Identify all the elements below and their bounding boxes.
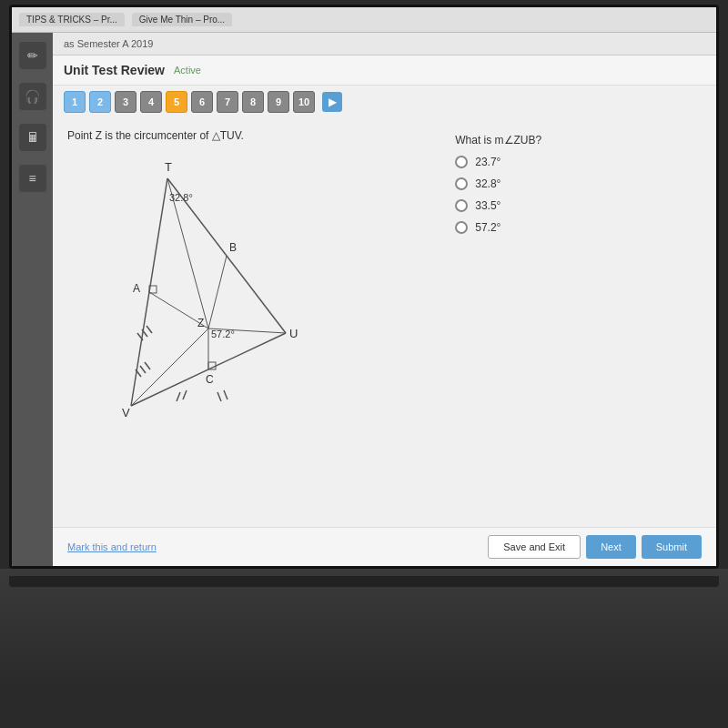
- notes-icon[interactable]: ≡: [19, 165, 46, 192]
- q-tab-1[interactable]: 1: [64, 91, 86, 113]
- radio-4[interactable]: [455, 221, 468, 234]
- question-tabs: 1 2 3 4 5 6 7 8 9 10 ▶: [53, 86, 716, 118]
- answer-text-3: 33.5°: [475, 199, 500, 212]
- svg-text:57.2°: 57.2°: [211, 329, 235, 339]
- q-tab-9[interactable]: 9: [268, 91, 289, 113]
- question-text: Point Z is the circumcenter of △TUV.: [67, 129, 437, 142]
- svg-text:B: B: [229, 241, 237, 254]
- triangle-diagram: T U V A B C: [67, 151, 322, 433]
- svg-text:T: T: [165, 160, 172, 174]
- course-header: as Semester A 2019: [53, 33, 716, 56]
- browser-tab-2[interactable]: Give Me Thin – Pro...: [132, 13, 232, 26]
- browser-tab-1[interactable]: TIPS & TRICKS – Pr...: [19, 13, 125, 26]
- headphones-icon[interactable]: 🎧: [19, 83, 46, 110]
- sidebar: ✏ 🎧 🖩 ≡: [12, 33, 53, 566]
- q-tab-8[interactable]: 8: [242, 91, 264, 113]
- screen: TIPS & TRICKS – Pr... Give Me Thin – Pro…: [9, 5, 719, 569]
- q-tab-10[interactable]: 10: [293, 91, 315, 113]
- unit-title: Unit Test Review: [64, 63, 165, 77]
- main-panel: as Semester A 2019 Unit Test Review Acti…: [53, 33, 716, 566]
- q-tab-3[interactable]: 3: [115, 91, 136, 113]
- laptop-outer: TIPS & TRICKS – Pr... Give Me Thin – Pro…: [0, 0, 728, 728]
- taskbar: ⚫ 🐾 hp a ☁ ⋮⋮ 🌐 ♪ hp 📶: [12, 566, 719, 569]
- laptop-hinge: [9, 576, 719, 587]
- svg-line-18: [183, 390, 187, 399]
- svg-line-19: [217, 392, 221, 401]
- svg-text:32.8°: 32.8°: [169, 192, 193, 203]
- q-tab-2[interactable]: 2: [89, 91, 111, 113]
- laptop-base: [0, 569, 728, 687]
- svg-line-16: [145, 362, 150, 369]
- mark-return-link[interactable]: Mark this and return: [67, 541, 157, 552]
- answer-text-4: 57.2°: [475, 221, 500, 234]
- svg-line-15: [140, 366, 146, 373]
- save-exit-button[interactable]: Save and Exit: [488, 535, 581, 559]
- unit-header: Unit Test Review Active: [53, 56, 716, 86]
- submit-button[interactable]: Submit: [642, 535, 702, 559]
- calculator-icon[interactable]: 🖩: [19, 124, 46, 151]
- svg-text:V: V: [122, 406, 130, 420]
- next-arrow[interactable]: ▶: [322, 92, 342, 112]
- answer-option-2[interactable]: 32.8°: [455, 177, 702, 190]
- q-tab-5[interactable]: 5: [166, 91, 187, 113]
- bottom-buttons: Save and Exit Next Submit: [488, 535, 702, 559]
- answer-text-1: 23.7°: [475, 156, 500, 168]
- answer-option-3[interactable]: 33.5°: [455, 199, 702, 212]
- content-area: ✏ 🎧 🖩 ≡ as Semester A 2019 Unit Test Rev…: [12, 33, 716, 566]
- radio-2[interactable]: [455, 177, 468, 190]
- course-name: as Semester A 2019: [64, 38, 153, 49]
- answer-option-1[interactable]: 23.7°: [455, 156, 702, 168]
- radio-3[interactable]: [455, 199, 468, 212]
- browser-bar: TIPS & TRICKS – Pr... Give Me Thin – Pro…: [12, 7, 716, 33]
- svg-line-20: [224, 390, 228, 399]
- svg-text:U: U: [289, 327, 298, 340]
- answer-question: What is m∠ZUB?: [455, 134, 702, 147]
- next-button[interactable]: Next: [586, 535, 636, 559]
- svg-text:A: A: [133, 282, 140, 295]
- q-tab-7[interactable]: 7: [217, 91, 238, 113]
- radio-1[interactable]: [455, 156, 468, 168]
- question-content: Point Z is the circumcenter of △TUV.: [53, 118, 716, 527]
- svg-text:C: C: [206, 373, 214, 386]
- svg-line-13: [147, 326, 152, 333]
- svg-line-7: [208, 256, 227, 329]
- answer-option-4[interactable]: 57.2°: [455, 221, 702, 234]
- svg-text:Z: Z: [197, 317, 204, 329]
- q-tab-6[interactable]: 6: [191, 91, 213, 113]
- diagram-container: T U V A B C: [67, 151, 437, 437]
- question-left: Point Z is the circumcenter of △TUV.: [67, 129, 437, 516]
- answer-text-2: 32.8°: [475, 177, 500, 190]
- question-right: What is m∠ZUB? 23.7° 32.8° 33.5°: [455, 129, 702, 516]
- active-badge: Active: [174, 65, 201, 76]
- q-tab-4[interactable]: 4: [140, 91, 162, 113]
- svg-line-17: [177, 392, 180, 401]
- bottom-bar: Mark this and return Save and Exit Next …: [53, 527, 716, 566]
- pencil-icon[interactable]: ✏: [19, 42, 46, 69]
